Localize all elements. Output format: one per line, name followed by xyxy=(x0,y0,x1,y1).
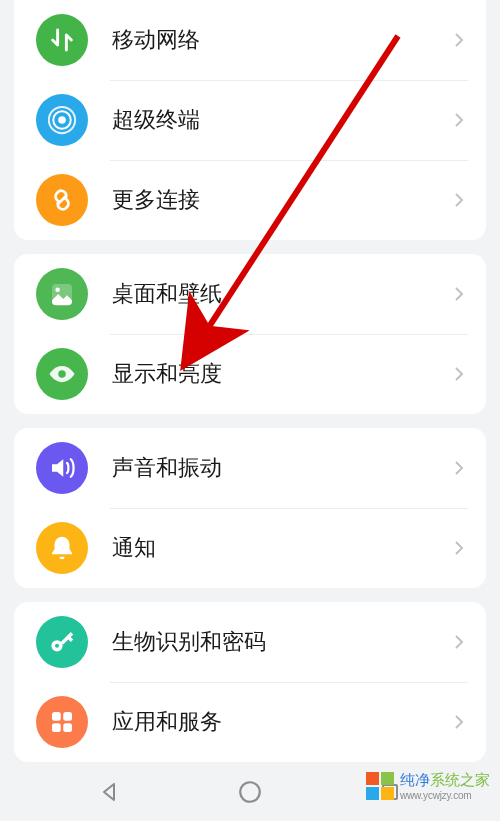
watermark: 纯净系统之家 www.ycwjzy.com xyxy=(366,771,490,801)
row-sound-vibration[interactable]: 声音和振动 xyxy=(14,428,486,508)
chevron-right-icon xyxy=(450,539,468,557)
chevron-right-icon xyxy=(450,459,468,477)
bell-icon xyxy=(36,522,88,574)
row-label: 显示和亮度 xyxy=(112,359,450,389)
svg-rect-10 xyxy=(52,723,61,732)
chevron-right-icon xyxy=(450,713,468,731)
svg-rect-11 xyxy=(63,723,72,732)
row-label: 生物识别和密码 xyxy=(112,627,450,657)
row-apps-services[interactable]: 应用和服务 xyxy=(14,682,486,762)
row-label: 通知 xyxy=(112,533,450,563)
chevron-right-icon xyxy=(450,633,468,651)
eye-icon xyxy=(36,348,88,400)
mobile-network-icon xyxy=(36,14,88,66)
settings-group-security: 生物识别和密码 应用和服务 xyxy=(14,602,486,762)
row-super-device[interactable]: 超级终端 xyxy=(14,80,486,160)
chevron-right-icon xyxy=(450,191,468,209)
svg-point-0 xyxy=(58,116,66,124)
svg-point-5 xyxy=(58,370,66,378)
settings-group-connectivity: 移动网络 超级终端 更多连接 xyxy=(14,0,486,240)
row-label: 更多连接 xyxy=(112,185,450,215)
watermark-logo-icon xyxy=(366,772,394,800)
link-icon xyxy=(36,174,88,226)
nav-home-button[interactable] xyxy=(236,778,264,806)
watermark-url: www.ycwjzy.com xyxy=(400,790,490,801)
svg-marker-13 xyxy=(104,784,114,800)
svg-point-7 xyxy=(55,644,59,648)
settings-group-display: 桌面和壁纸 显示和亮度 xyxy=(14,254,486,414)
svg-rect-8 xyxy=(52,712,61,721)
chevron-right-icon xyxy=(450,31,468,49)
svg-rect-9 xyxy=(63,712,72,721)
apps-icon xyxy=(36,696,88,748)
chevron-right-icon xyxy=(450,111,468,129)
super-device-icon xyxy=(36,94,88,146)
row-label: 桌面和壁纸 xyxy=(112,279,450,309)
key-icon xyxy=(36,616,88,668)
sound-icon xyxy=(36,442,88,494)
nav-back-button[interactable] xyxy=(96,778,124,806)
row-display-brightness[interactable]: 显示和亮度 xyxy=(14,334,486,414)
row-notifications[interactable]: 通知 xyxy=(14,508,486,588)
chevron-right-icon xyxy=(450,285,468,303)
watermark-brand: 纯净系统之家 xyxy=(400,771,490,790)
row-label: 移动网络 xyxy=(112,25,450,55)
svg-point-14 xyxy=(240,782,260,802)
row-more-connect[interactable]: 更多连接 xyxy=(14,160,486,240)
row-biometrics-password[interactable]: 生物识别和密码 xyxy=(14,602,486,682)
row-home-wallpaper[interactable]: 桌面和壁纸 xyxy=(14,254,486,334)
row-label: 声音和振动 xyxy=(112,453,450,483)
chevron-right-icon xyxy=(450,365,468,383)
row-label: 超级终端 xyxy=(112,105,450,135)
row-label: 应用和服务 xyxy=(112,707,450,737)
svg-point-4 xyxy=(55,287,60,292)
wallpaper-icon xyxy=(36,268,88,320)
row-mobile-network[interactable]: 移动网络 xyxy=(14,0,486,80)
settings-group-sound: 声音和振动 通知 xyxy=(14,428,486,588)
